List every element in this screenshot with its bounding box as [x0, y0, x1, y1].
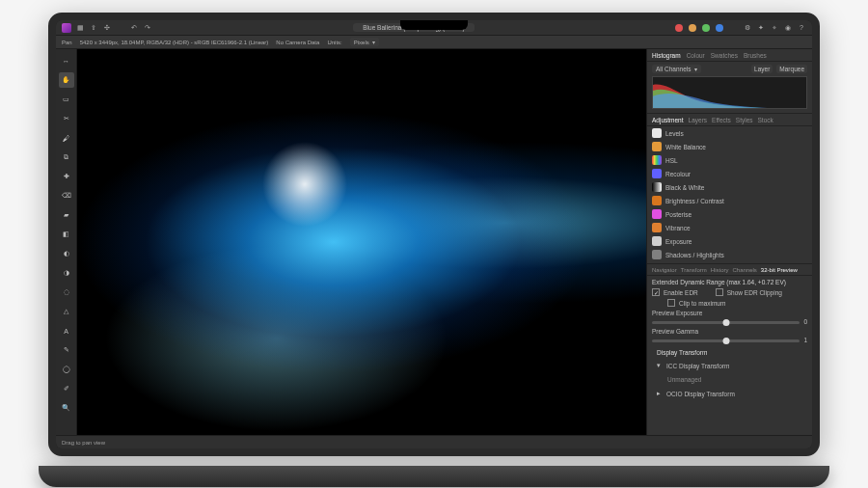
- tab-transform[interactable]: Transform: [681, 267, 707, 273]
- adjustment-item[interactable]: Brightness / Contrast: [647, 194, 812, 207]
- fill-tool-icon[interactable]: ▰: [59, 207, 74, 223]
- preview-gamma-value: 1: [803, 337, 807, 343]
- swatch-red-icon[interactable]: [675, 24, 683, 32]
- preview-exposure-slider[interactable]: [652, 321, 800, 324]
- swatch-orange-icon[interactable]: [689, 24, 696, 32]
- brush-tool-icon[interactable]: 🖌: [59, 130, 74, 146]
- assistant-icon[interactable]: ✦: [756, 23, 766, 33]
- redo-icon[interactable]: ↷: [143, 23, 152, 33]
- swatch-blue-icon[interactable]: [716, 24, 723, 32]
- tab-brushes[interactable]: Brushes: [744, 52, 767, 59]
- tab-stock[interactable]: Stock: [758, 117, 773, 123]
- tab-styles[interactable]: Styles: [736, 117, 753, 123]
- canvas-viewport[interactable]: [77, 49, 646, 435]
- adjustment-item[interactable]: Vibrance: [647, 221, 812, 234]
- display-notch: [400, 20, 468, 30]
- gradient-tool-icon[interactable]: ◧: [59, 227, 74, 242]
- adjustment-item[interactable]: Shadows / Highlights: [647, 248, 812, 261]
- tab-effects[interactable]: Effects: [712, 117, 731, 123]
- adjustment-item[interactable]: Recolour: [647, 167, 812, 180]
- context-toolbar: Pan 5420 x 3449px, 18.04MP, RGBA/32 (HDR…: [56, 36, 812, 49]
- tab-navigator[interactable]: Navigator: [652, 267, 677, 273]
- swatch-green-icon[interactable]: [702, 24, 710, 32]
- layer-scope-button[interactable]: Layer: [751, 65, 773, 73]
- adjustment-icon: [652, 182, 662, 192]
- adjustment-item[interactable]: Exposure: [647, 234, 812, 248]
- tab-channels[interactable]: Channels: [732, 267, 756, 273]
- text-tool-icon[interactable]: A: [59, 323, 74, 339]
- clip-to-max-label: Clip to maximum: [679, 300, 725, 307]
- units-label: Units:: [327, 40, 341, 45]
- move-tool-icon[interactable]: ↔: [59, 53, 74, 68]
- pen-tool-icon[interactable]: ✎: [59, 342, 74, 358]
- shape-tool-icon[interactable]: ◯: [59, 362, 74, 377]
- adjustment-label: Recolour: [665, 171, 691, 177]
- icc-transform-row[interactable]: ▾ ICC Display Transform: [652, 360, 807, 371]
- adjustment-icon: [652, 250, 662, 259]
- color-picker-tool-icon[interactable]: ✐: [59, 381, 74, 396]
- snapping-icon[interactable]: ⌖: [770, 23, 779, 33]
- marquee-scope-button[interactable]: Marquee: [776, 65, 807, 73]
- adjustment-item[interactable]: Levels: [647, 126, 812, 140]
- undo-icon[interactable]: ↶: [129, 23, 139, 33]
- units-dropdown[interactable]: Pixels ▾: [350, 38, 379, 46]
- sharpen-tool-icon[interactable]: △: [59, 304, 74, 319]
- selection-tool-icon[interactable]: ▭: [59, 92, 74, 107]
- burn-tool-icon[interactable]: ◑: [59, 265, 74, 281]
- zoom-tool-icon[interactable]: 🔍: [59, 400, 74, 416]
- main-area: ↔ ✋ ▭ ✂ 🖌 ⧉ ✚ ⌫ ▰ ◧ ◐ ◑ ◌ △ A ✎ ◯: [56, 49, 812, 435]
- adjustment-label: White Balance: [665, 144, 706, 150]
- tab-swatches[interactable]: Swatches: [711, 52, 738, 59]
- dodge-tool-icon[interactable]: ◐: [59, 246, 74, 261]
- show-clipping-checkbox[interactable]: [716, 288, 723, 296]
- tab-32bit-preview[interactable]: 32-bit Preview: [761, 267, 798, 273]
- app-logo-icon: [62, 23, 71, 33]
- screen-bezel: ▦ ⇪ ✣ ↶ ↷ Blue Ballerina (compositing) (…: [48, 13, 820, 456]
- tab-layers[interactable]: Layers: [689, 117, 708, 123]
- adjustment-label: Exposure: [665, 238, 692, 245]
- adjustment-item[interactable]: Posterise: [647, 207, 812, 221]
- adjustment-label: HSL: [665, 157, 678, 164]
- eraser-tool-icon[interactable]: ⌫: [59, 188, 74, 203]
- adjustment-label: Vibrance: [665, 225, 691, 231]
- adjustment-item[interactable]: Black & White: [647, 180, 812, 194]
- adjustment-item[interactable]: White Balance: [647, 140, 812, 153]
- export-icon[interactable]: ⇪: [89, 23, 98, 33]
- clone-tool-icon[interactable]: ⧉: [59, 149, 74, 165]
- preview-icon[interactable]: ◉: [783, 23, 793, 33]
- share-icon[interactable]: ✣: [102, 23, 112, 33]
- adjustment-icon: [652, 196, 662, 205]
- blur-tool-icon[interactable]: ◌: [59, 285, 74, 300]
- open-icon[interactable]: ▦: [75, 23, 85, 33]
- tab-histogram[interactable]: Histogram: [652, 52, 681, 59]
- photo-editor-app: ▦ ⇪ ✣ ↶ ↷ Blue Ballerina (compositing) (…: [56, 20, 812, 448]
- active-tool-label: Pan: [62, 40, 72, 45]
- adjustment-label: Posterise: [665, 211, 692, 218]
- tab-adjustment[interactable]: Adjustment: [652, 117, 684, 123]
- display-transform-header: Display Transform: [652, 346, 807, 357]
- enable-edr-checkbox[interactable]: [652, 288, 660, 296]
- adjustment-item[interactable]: HSL: [647, 153, 812, 167]
- status-hint: Drag to pan view: [62, 440, 105, 446]
- adjustment-label: Brightness / Contrast: [665, 198, 724, 204]
- heal-tool-icon[interactable]: ✚: [59, 169, 74, 184]
- histogram-display: [652, 76, 807, 109]
- preview-exposure-label: Preview Exposure: [652, 310, 807, 316]
- pan-tool-icon[interactable]: ✋: [59, 72, 74, 88]
- clip-to-max-checkbox[interactable]: [667, 299, 675, 307]
- gear-icon[interactable]: ⚙: [743, 23, 752, 33]
- crop-tool-icon[interactable]: ✂: [59, 111, 74, 126]
- panel-group-1-tabs: Histogram Colour Swatches Brushes: [647, 49, 812, 62]
- preview-gamma-slider[interactable]: [652, 339, 800, 342]
- help-icon[interactable]: ?: [797, 23, 806, 33]
- document-info: 5420 x 3449px, 18.04MP, RGBA/32 (HDR) - …: [80, 40, 269, 45]
- adjustment-label: Shadows / Highlights: [665, 252, 724, 258]
- caret-down-icon: ▾: [657, 362, 663, 369]
- ocio-transform-row[interactable]: ▸ OCIO Display Transform: [652, 388, 807, 399]
- channel-dropdown[interactable]: All Channels ▾: [652, 65, 701, 73]
- preview-exposure-value: 0: [803, 318, 807, 325]
- tab-colour[interactable]: Colour: [687, 52, 705, 59]
- adjustment-list: LevelsWhite BalanceHSLRecolourBlack & Wh…: [647, 126, 812, 263]
- unmanaged-row[interactable]: Unmanaged: [652, 374, 807, 385]
- tab-history[interactable]: History: [711, 267, 729, 273]
